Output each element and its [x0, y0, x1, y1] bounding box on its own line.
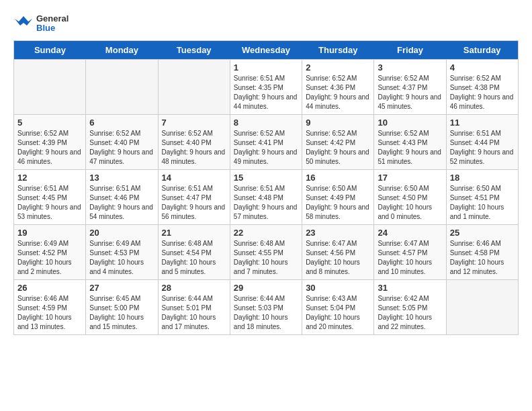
page-header: General Blue: [13, 13, 519, 34]
day-number: 24: [378, 228, 442, 238]
weekday-header-monday: Monday: [86, 41, 158, 60]
day-info: Sunrise: 6:51 AMSunset: 4:35 PMDaylight:…: [234, 74, 298, 111]
day-info: Sunrise: 6:44 AMSunset: 5:01 PMDaylight:…: [162, 294, 226, 332]
calendar-cell: 2Sunrise: 6:52 AMSunset: 4:36 PMDaylight…: [302, 60, 374, 115]
logo-text: General Blue: [36, 14, 69, 34]
calendar-cell: 9Sunrise: 6:52 AMSunset: 4:42 PMDaylight…: [302, 115, 374, 170]
day-info: Sunrise: 6:50 AMSunset: 4:49 PMDaylight:…: [306, 184, 370, 222]
day-info: Sunrise: 6:52 AMSunset: 4:37 PMDaylight:…: [378, 74, 442, 111]
calendar-cell: 22Sunrise: 6:48 AMSunset: 4:55 PMDayligh…: [230, 225, 302, 280]
calendar-cell: 14Sunrise: 6:51 AMSunset: 4:47 PMDayligh…: [158, 170, 230, 225]
day-number: 22: [234, 228, 298, 238]
day-info: Sunrise: 6:52 AMSunset: 4:36 PMDaylight:…: [306, 74, 370, 111]
day-number: 31: [378, 283, 442, 293]
day-info: Sunrise: 6:50 AMSunset: 4:51 PMDaylight:…: [450, 184, 515, 222]
day-number: 27: [89, 283, 154, 293]
calendar-week-row: 12Sunrise: 6:51 AMSunset: 4:45 PMDayligh…: [14, 170, 519, 225]
day-number: 10: [378, 118, 442, 128]
calendar-cell: 18Sunrise: 6:50 AMSunset: 4:51 PMDayligh…: [446, 170, 518, 225]
weekday-header-sunday: Sunday: [14, 41, 86, 60]
calendar-cell: 24Sunrise: 6:47 AMSunset: 4:57 PMDayligh…: [374, 225, 446, 280]
day-number: 28: [162, 283, 226, 293]
weekday-header-thursday: Thursday: [302, 41, 374, 60]
calendar-cell: 4Sunrise: 6:52 AMSunset: 4:38 PMDaylight…: [446, 60, 518, 115]
weekday-header-tuesday: Tuesday: [158, 41, 230, 60]
weekday-header-wednesday: Wednesday: [230, 41, 302, 60]
day-info: Sunrise: 6:52 AMSunset: 4:43 PMDaylight:…: [378, 129, 442, 167]
day-info: Sunrise: 6:52 AMSunset: 4:41 PMDaylight:…: [234, 129, 298, 167]
day-info: Sunrise: 6:49 AMSunset: 4:52 PMDaylight:…: [17, 239, 82, 277]
day-number: 17: [378, 173, 442, 183]
day-info: Sunrise: 6:46 AMSunset: 4:59 PMDaylight:…: [17, 294, 82, 332]
calendar-cell: 19Sunrise: 6:49 AMSunset: 4:52 PMDayligh…: [14, 225, 86, 280]
calendar-week-row: 26Sunrise: 6:46 AMSunset: 4:59 PMDayligh…: [14, 280, 519, 335]
calendar-cell: 10Sunrise: 6:52 AMSunset: 4:43 PMDayligh…: [374, 115, 446, 170]
day-info: Sunrise: 6:52 AMSunset: 4:38 PMDaylight:…: [450, 74, 515, 111]
calendar-cell: 31Sunrise: 6:42 AMSunset: 5:05 PMDayligh…: [374, 280, 446, 335]
day-info: Sunrise: 6:50 AMSunset: 4:50 PMDaylight:…: [378, 184, 442, 222]
day-info: Sunrise: 6:48 AMSunset: 4:54 PMDaylight:…: [162, 239, 226, 277]
day-info: Sunrise: 6:51 AMSunset: 4:48 PMDaylight:…: [234, 184, 298, 222]
calendar-cell: 26Sunrise: 6:46 AMSunset: 4:59 PMDayligh…: [14, 280, 86, 335]
day-number: 25: [450, 228, 515, 238]
day-info: Sunrise: 6:52 AMSunset: 4:42 PMDaylight:…: [306, 129, 370, 167]
calendar-week-row: 1Sunrise: 6:51 AMSunset: 4:35 PMDaylight…: [14, 60, 519, 115]
calendar-week-row: 19Sunrise: 6:49 AMSunset: 4:52 PMDayligh…: [14, 225, 519, 280]
calendar-cell: 11Sunrise: 6:51 AMSunset: 4:44 PMDayligh…: [446, 115, 518, 170]
day-info: Sunrise: 6:51 AMSunset: 4:44 PMDaylight:…: [450, 129, 515, 167]
day-info: Sunrise: 6:51 AMSunset: 4:47 PMDaylight:…: [162, 184, 226, 222]
svg-marker-0: [15, 16, 32, 26]
calendar-cell: 3Sunrise: 6:52 AMSunset: 4:37 PMDaylight…: [374, 60, 446, 115]
calendar-cell: 27Sunrise: 6:45 AMSunset: 5:00 PMDayligh…: [86, 280, 158, 335]
day-number: 18: [450, 173, 515, 183]
weekday-header-friday: Friday: [374, 41, 446, 60]
calendar-cell: 6Sunrise: 6:52 AMSunset: 4:40 PMDaylight…: [86, 115, 158, 170]
calendar-cell: 20Sunrise: 6:49 AMSunset: 4:53 PMDayligh…: [86, 225, 158, 280]
day-info: Sunrise: 6:44 AMSunset: 5:03 PMDaylight:…: [234, 294, 298, 332]
day-info: Sunrise: 6:46 AMSunset: 4:58 PMDaylight:…: [450, 239, 515, 277]
day-number: 19: [17, 228, 82, 238]
calendar-cell: 7Sunrise: 6:52 AMSunset: 4:40 PMDaylight…: [158, 115, 230, 170]
day-number: 23: [306, 228, 370, 238]
day-number: 16: [306, 173, 370, 183]
day-number: 20: [89, 228, 154, 238]
day-info: Sunrise: 6:51 AMSunset: 4:45 PMDaylight:…: [17, 184, 82, 222]
calendar-cell: 17Sunrise: 6:50 AMSunset: 4:50 PMDayligh…: [374, 170, 446, 225]
calendar-cell: [86, 60, 158, 115]
day-number: 1: [234, 62, 298, 73]
day-info: Sunrise: 6:47 AMSunset: 4:57 PMDaylight:…: [378, 239, 442, 277]
day-info: Sunrise: 6:47 AMSunset: 4:56 PMDaylight:…: [306, 239, 370, 277]
calendar-cell: 12Sunrise: 6:51 AMSunset: 4:45 PMDayligh…: [14, 170, 86, 225]
day-number: 5: [17, 118, 82, 128]
day-info: Sunrise: 6:45 AMSunset: 5:00 PMDaylight:…: [89, 294, 154, 332]
day-number: 21: [162, 228, 226, 238]
calendar-cell: 30Sunrise: 6:43 AMSunset: 5:04 PMDayligh…: [302, 280, 374, 335]
weekday-header-row: SundayMondayTuesdayWednesdayThursdayFrid…: [14, 41, 519, 60]
calendar-cell: 23Sunrise: 6:47 AMSunset: 4:56 PMDayligh…: [302, 225, 374, 280]
calendar-table: SundayMondayTuesdayWednesdayThursdayFrid…: [13, 40, 519, 335]
calendar-cell: 8Sunrise: 6:52 AMSunset: 4:41 PMDaylight…: [230, 115, 302, 170]
day-info: Sunrise: 6:48 AMSunset: 4:55 PMDaylight:…: [234, 239, 298, 277]
calendar-cell: [158, 60, 230, 115]
day-number: 26: [17, 283, 82, 293]
logo-bird-icon: [13, 13, 34, 34]
logo: General Blue: [13, 13, 69, 34]
day-number: 7: [162, 118, 226, 128]
day-number: 30: [306, 283, 370, 293]
calendar-cell: 16Sunrise: 6:50 AMSunset: 4:49 PMDayligh…: [302, 170, 374, 225]
day-info: Sunrise: 6:49 AMSunset: 4:53 PMDaylight:…: [89, 239, 154, 277]
day-info: Sunrise: 6:42 AMSunset: 5:05 PMDaylight:…: [378, 294, 442, 332]
day-number: 13: [89, 173, 154, 183]
calendar-cell: 29Sunrise: 6:44 AMSunset: 5:03 PMDayligh…: [230, 280, 302, 335]
day-number: 6: [89, 118, 154, 128]
day-number: 11: [450, 118, 515, 128]
calendar-cell: 15Sunrise: 6:51 AMSunset: 4:48 PMDayligh…: [230, 170, 302, 225]
day-info: Sunrise: 6:43 AMSunset: 5:04 PMDaylight:…: [306, 294, 370, 332]
day-number: 2: [306, 62, 370, 73]
calendar-cell: 28Sunrise: 6:44 AMSunset: 5:01 PMDayligh…: [158, 280, 230, 335]
calendar-cell: 21Sunrise: 6:48 AMSunset: 4:54 PMDayligh…: [158, 225, 230, 280]
day-number: 14: [162, 173, 226, 183]
day-info: Sunrise: 6:51 AMSunset: 4:46 PMDaylight:…: [89, 184, 154, 222]
day-number: 3: [378, 62, 442, 73]
weekday-header-saturday: Saturday: [446, 41, 518, 60]
